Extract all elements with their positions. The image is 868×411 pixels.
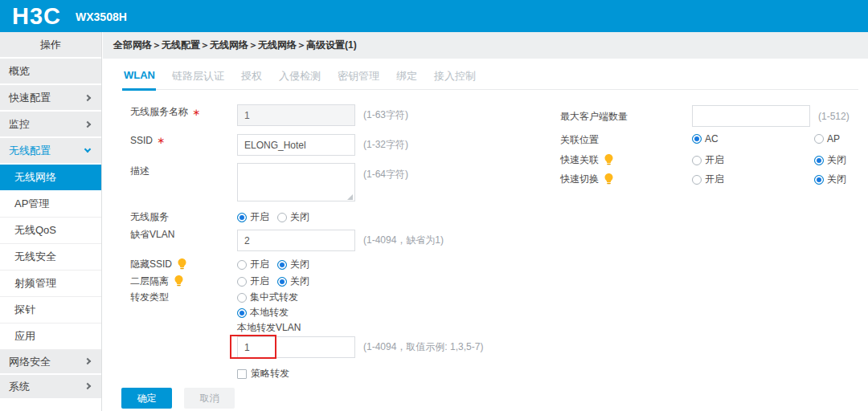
- fast-assoc-on-radio[interactable]: 开启: [692, 153, 724, 167]
- radio-label: 本地转发: [250, 306, 289, 319]
- sidebar-item-quick-config[interactable]: 快速配置: [0, 85, 101, 112]
- ssid-hint: (1-32字符): [363, 138, 408, 152]
- radio-icon: [277, 213, 287, 222]
- sidebar-item-label: 监控: [9, 118, 30, 130]
- radio-icon: [692, 175, 702, 185]
- radio-icon: [814, 134, 824, 144]
- radio-label: 开启: [705, 173, 724, 186]
- l2-isolation-label: 二层隔离: [130, 275, 169, 288]
- sidebar-item-label: 探针: [14, 303, 35, 315]
- required-asterisk: ∗: [192, 107, 200, 118]
- wireless-service-label: 无线服务: [130, 210, 169, 224]
- breadcrumb: 全部网络＞无线配置＞无线网络＞无线网络＞高级设置(1): [103, 32, 868, 59]
- sidebar-item-label: 无线网络: [14, 171, 56, 183]
- sidebar-item-system[interactable]: 系统: [0, 375, 101, 400]
- sidebar-item-label: AP管理: [14, 197, 49, 210]
- chevron-right-icon: [84, 121, 91, 128]
- sidebar-item-overview[interactable]: 概览: [0, 59, 101, 85]
- radio-icon: [237, 293, 247, 303]
- fast-assoc-off-radio[interactable]: 关闭: [814, 153, 846, 167]
- hidden-ssid-on-radio[interactable]: 开启: [237, 258, 269, 271]
- radio-selected-icon: [237, 308, 247, 318]
- service-name-input[interactable]: [237, 104, 355, 126]
- radio-label: 关闭: [290, 210, 309, 224]
- sidebar-item-ap-management[interactable]: AP管理: [0, 191, 101, 218]
- chevron-right-icon: [84, 358, 91, 364]
- assoc-location-ap-radio[interactable]: AP: [814, 133, 840, 144]
- active-tab-indicator: [122, 88, 156, 91]
- radio-selected-icon: [237, 213, 247, 222]
- max-clients-label: 最大客户端数量: [560, 110, 628, 124]
- description-label: 描述: [130, 165, 149, 178]
- sidebar-item-label: 网络安全: [9, 356, 51, 368]
- radio-icon: [237, 277, 247, 287]
- fast-switch-on-radio[interactable]: 开启: [692, 173, 724, 186]
- default-vlan-input[interactable]: [237, 230, 355, 251]
- local-forward-vlan-label: 本地转发VLAN: [237, 321, 301, 335]
- local-forward-vlan-hint: (1-4094，取值示例: 1,3,5-7): [363, 340, 483, 354]
- local-forward-vlan-input[interactable]: [237, 336, 355, 358]
- sidebar-item-label: 无线QoS: [14, 224, 56, 236]
- centralized-forward-radio[interactable]: 集中式转发: [237, 291, 298, 304]
- tab-authorization[interactable]: 授权: [240, 69, 264, 89]
- l2-isolation-off-radio[interactable]: 关闭: [277, 275, 309, 288]
- cancel-button[interactable]: 取消: [184, 388, 235, 409]
- tab-wlan[interactable]: WLAN: [122, 69, 157, 89]
- radio-selected-icon: [277, 260, 287, 270]
- radio-label: 开启: [250, 258, 269, 271]
- max-clients-input[interactable]: [692, 105, 810, 127]
- radio-selected-icon: [277, 277, 287, 287]
- fast-switch-off-radio[interactable]: 关闭: [814, 173, 846, 186]
- radio-label: 关闭: [827, 173, 846, 186]
- wireless-service-on-radio[interactable]: 开启: [237, 210, 269, 224]
- tab-bar: WLAN 链路层认证 授权 入侵检测 密钥管理 绑定 接入控制: [122, 69, 858, 90]
- hidden-ssid-off-radio[interactable]: 关闭: [277, 258, 309, 271]
- radio-label: AC: [705, 133, 719, 144]
- service-name-label: 无线服务名称: [130, 105, 188, 119]
- policy-forward-checkbox[interactable]: 策略转发: [237, 367, 289, 380]
- tab-link-layer-auth[interactable]: 链路层认证: [170, 69, 226, 89]
- sidebar-item-wireless-config[interactable]: 无线配置: [0, 138, 101, 165]
- sidebar-item-probe[interactable]: 探针: [0, 297, 101, 324]
- sidebar-item-rf-management[interactable]: 射频管理: [0, 271, 101, 297]
- sidebar-item-wireless-network[interactable]: 无线网络: [0, 165, 101, 191]
- sidebar-item-label: 快速配置: [9, 92, 51, 104]
- sidebar-item-label: 系统: [9, 380, 30, 393]
- tab-key-management[interactable]: 密钥管理: [336, 69, 381, 89]
- sidebar-item-wireless-qos[interactable]: 无线QoS: [0, 218, 101, 244]
- radio-label: 关闭: [290, 275, 309, 288]
- sidebar-item-monitor[interactable]: 监控: [0, 112, 101, 138]
- ok-button[interactable]: 确定: [121, 388, 172, 409]
- wireless-service-off-radio[interactable]: 关闭: [277, 210, 309, 224]
- lightbulb-icon: [178, 258, 186, 271]
- forward-type-label: 转发类型: [130, 291, 169, 304]
- fast-assoc-label: 快速关联: [560, 153, 599, 167]
- sidebar-item-network-security[interactable]: 网络安全: [0, 350, 101, 375]
- radio-label: 开启: [250, 210, 269, 224]
- ssid-label: SSID: [130, 135, 153, 146]
- chevron-down-icon: [84, 146, 91, 153]
- l2-isolation-on-radio[interactable]: 开启: [237, 275, 269, 288]
- local-forward-radio[interactable]: 本地转发: [237, 306, 289, 319]
- fast-switch-label: 快速切换: [560, 173, 599, 186]
- sidebar-item-label: 应用: [14, 330, 35, 342]
- description-textarea[interactable]: [237, 163, 355, 201]
- tab-binding[interactable]: 绑定: [395, 69, 419, 89]
- assoc-location-ac-radio[interactable]: AC: [692, 133, 719, 144]
- sidebar-item-application[interactable]: 应用: [0, 324, 101, 350]
- radio-selected-icon: [692, 134, 702, 144]
- sidebar-item-label: 无线安全: [14, 250, 56, 262]
- top-bar: H3C WX3508H: [0, 0, 868, 32]
- tab-intrusion-detection[interactable]: 入侵检测: [277, 69, 322, 89]
- chevron-right-icon: [84, 383, 91, 389]
- tab-access-control[interactable]: 接入控制: [432, 69, 477, 89]
- hidden-ssid-label: 隐藏SSID: [130, 258, 172, 271]
- h3c-logo: H3C: [12, 0, 61, 32]
- assoc-location-label: 关联位置: [560, 133, 599, 147]
- ssid-input[interactable]: [237, 134, 355, 156]
- sidebar-item-wireless-security[interactable]: 无线安全: [0, 244, 101, 271]
- chevron-right-icon: [84, 95, 91, 101]
- required-asterisk: ∗: [157, 135, 165, 146]
- radio-label: 集中式转发: [250, 291, 298, 304]
- max-clients-hint: (1-512): [818, 111, 850, 122]
